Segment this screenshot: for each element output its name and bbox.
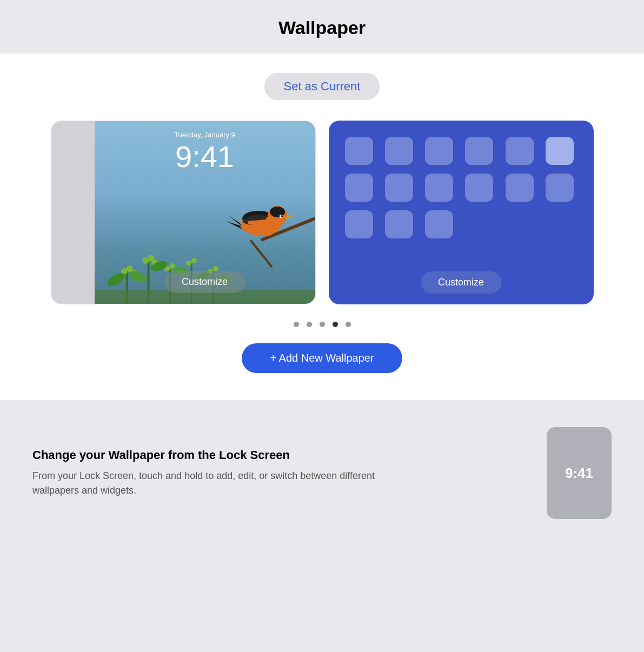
lock-screen-customize-button[interactable]: Customize	[164, 271, 245, 293]
dot-5[interactable]	[346, 322, 351, 327]
app-icon	[546, 174, 574, 202]
dot-3[interactable]	[320, 322, 325, 327]
dot-2[interactable]	[307, 322, 312, 327]
pagination-dots	[294, 322, 351, 327]
app-icon	[345, 210, 373, 238]
wallpaper-cards: Tuesday, January 9 9:41 Customize	[51, 121, 594, 304]
app-icon	[345, 174, 373, 202]
home-screen-customize-button[interactable]: Customize	[421, 271, 501, 294]
lock-date: Tuesday, January 9	[95, 131, 315, 139]
svg-point-9	[281, 215, 283, 217]
main-section: Set as Current	[0, 54, 644, 400]
app-icon	[385, 210, 413, 238]
app-icon	[425, 174, 453, 202]
svg-point-28	[191, 258, 197, 263]
lock-screen-thumbnail: 9:41	[547, 427, 612, 519]
lock-time: 9:41	[95, 140, 315, 174]
add-wallpaper-button[interactable]: + Add New Wallpaper	[242, 343, 402, 373]
page-title: Wallpaper	[0, 17, 644, 38]
app-icon	[385, 174, 413, 202]
app-icon	[425, 210, 453, 238]
lock-screen-left-panel	[51, 121, 95, 304]
dot-4-active[interactable]	[333, 322, 338, 327]
lock-screen-right-panel: Tuesday, January 9 9:41 Customize	[95, 121, 315, 304]
app-grid	[329, 121, 594, 249]
lock-time-overlay: Tuesday, January 9 9:41	[95, 131, 315, 174]
app-icon	[465, 174, 493, 202]
home-screen-card: Customize	[329, 121, 594, 304]
app-icon	[506, 137, 534, 165]
lock-screen-card: Tuesday, January 9 9:41 Customize	[51, 121, 316, 304]
info-title: Change your Wallpaper from the Lock Scre…	[32, 448, 400, 462]
app-icon	[465, 137, 493, 165]
info-text-block: Change your Wallpaper from the Lock Scre…	[32, 448, 400, 498]
app-icon-active	[546, 137, 574, 165]
thumbnail-time: 9:41	[565, 465, 593, 482]
svg-marker-7	[286, 214, 296, 219]
app-icon	[506, 174, 534, 202]
svg-point-27	[186, 261, 191, 266]
svg-marker-11	[226, 221, 242, 229]
dot-1[interactable]	[294, 322, 299, 327]
info-section: Change your Wallpaper from the Lock Scre…	[0, 400, 644, 551]
app-icon	[385, 137, 413, 165]
set-current-button[interactable]: Set as Current	[264, 73, 380, 100]
page-header: Wallpaper	[0, 0, 644, 54]
info-description: From your Lock Screen, touch and hold to…	[32, 469, 400, 498]
app-icon	[425, 137, 453, 165]
app-icon	[345, 137, 373, 165]
